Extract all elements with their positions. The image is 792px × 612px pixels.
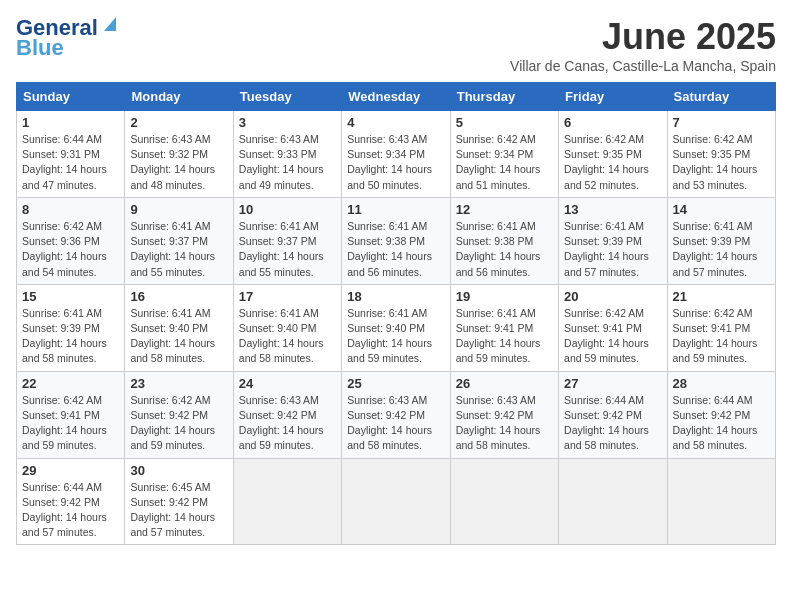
day-number: 26 [456, 376, 553, 391]
title-area: June 2025 Villar de Canas, Castille-La M… [510, 16, 776, 74]
day-number: 30 [130, 463, 227, 478]
month-title: June 2025 [510, 16, 776, 58]
day-info: Sunrise: 6:43 AMSunset: 9:33 PMDaylight:… [239, 132, 336, 193]
day-number: 11 [347, 202, 444, 217]
page-header: General Blue June 2025 Villar de Canas, … [16, 16, 776, 74]
calendar-cell: 30Sunrise: 6:45 AMSunset: 9:42 PMDayligh… [125, 458, 233, 545]
day-number: 2 [130, 115, 227, 130]
calendar-cell: 6Sunrise: 6:42 AMSunset: 9:35 PMDaylight… [559, 111, 667, 198]
day-number: 16 [130, 289, 227, 304]
day-number: 9 [130, 202, 227, 217]
calendar-cell: 29Sunrise: 6:44 AMSunset: 9:42 PMDayligh… [17, 458, 125, 545]
day-info: Sunrise: 6:41 AMSunset: 9:40 PMDaylight:… [239, 306, 336, 367]
weekday-header-row: SundayMondayTuesdayWednesdayThursdayFrid… [17, 83, 776, 111]
logo-icon [100, 13, 120, 33]
day-number: 20 [564, 289, 661, 304]
day-info: Sunrise: 6:41 AMSunset: 9:38 PMDaylight:… [456, 219, 553, 280]
calendar-cell: 5Sunrise: 6:42 AMSunset: 9:34 PMDaylight… [450, 111, 558, 198]
day-info: Sunrise: 6:41 AMSunset: 9:39 PMDaylight:… [22, 306, 119, 367]
calendar-week-2: 8Sunrise: 6:42 AMSunset: 9:36 PMDaylight… [17, 197, 776, 284]
calendar-cell: 13Sunrise: 6:41 AMSunset: 9:39 PMDayligh… [559, 197, 667, 284]
day-info: Sunrise: 6:44 AMSunset: 9:42 PMDaylight:… [22, 480, 119, 541]
calendar-cell: 25Sunrise: 6:43 AMSunset: 9:42 PMDayligh… [342, 371, 450, 458]
day-info: Sunrise: 6:42 AMSunset: 9:41 PMDaylight:… [564, 306, 661, 367]
day-info: Sunrise: 6:43 AMSunset: 9:34 PMDaylight:… [347, 132, 444, 193]
weekday-header-tuesday: Tuesday [233, 83, 341, 111]
day-info: Sunrise: 6:41 AMSunset: 9:37 PMDaylight:… [239, 219, 336, 280]
day-info: Sunrise: 6:41 AMSunset: 9:39 PMDaylight:… [564, 219, 661, 280]
calendar-cell: 3Sunrise: 6:43 AMSunset: 9:33 PMDaylight… [233, 111, 341, 198]
day-number: 1 [22, 115, 119, 130]
calendar-week-3: 15Sunrise: 6:41 AMSunset: 9:39 PMDayligh… [17, 284, 776, 371]
day-number: 18 [347, 289, 444, 304]
calendar-cell: 14Sunrise: 6:41 AMSunset: 9:39 PMDayligh… [667, 197, 775, 284]
day-number: 24 [239, 376, 336, 391]
day-number: 22 [22, 376, 119, 391]
day-number: 8 [22, 202, 119, 217]
calendar-cell: 15Sunrise: 6:41 AMSunset: 9:39 PMDayligh… [17, 284, 125, 371]
calendar-cell [233, 458, 341, 545]
svg-marker-0 [104, 17, 116, 31]
day-number: 13 [564, 202, 661, 217]
calendar-week-5: 29Sunrise: 6:44 AMSunset: 9:42 PMDayligh… [17, 458, 776, 545]
logo: General Blue [16, 16, 120, 60]
day-info: Sunrise: 6:41 AMSunset: 9:40 PMDaylight:… [347, 306, 444, 367]
day-info: Sunrise: 6:41 AMSunset: 9:38 PMDaylight:… [347, 219, 444, 280]
calendar-table: SundayMondayTuesdayWednesdayThursdayFrid… [16, 82, 776, 545]
day-info: Sunrise: 6:42 AMSunset: 9:41 PMDaylight:… [22, 393, 119, 454]
day-number: 14 [673, 202, 770, 217]
weekday-header-wednesday: Wednesday [342, 83, 450, 111]
calendar-cell: 23Sunrise: 6:42 AMSunset: 9:42 PMDayligh… [125, 371, 233, 458]
day-number: 4 [347, 115, 444, 130]
day-number: 12 [456, 202, 553, 217]
location-subtitle: Villar de Canas, Castille-La Mancha, Spa… [510, 58, 776, 74]
calendar-cell [559, 458, 667, 545]
day-info: Sunrise: 6:43 AMSunset: 9:42 PMDaylight:… [347, 393, 444, 454]
weekday-header-friday: Friday [559, 83, 667, 111]
calendar-cell: 1Sunrise: 6:44 AMSunset: 9:31 PMDaylight… [17, 111, 125, 198]
calendar-cell: 11Sunrise: 6:41 AMSunset: 9:38 PMDayligh… [342, 197, 450, 284]
calendar-cell: 8Sunrise: 6:42 AMSunset: 9:36 PMDaylight… [17, 197, 125, 284]
day-info: Sunrise: 6:42 AMSunset: 9:35 PMDaylight:… [564, 132, 661, 193]
day-number: 15 [22, 289, 119, 304]
calendar-cell: 12Sunrise: 6:41 AMSunset: 9:38 PMDayligh… [450, 197, 558, 284]
day-info: Sunrise: 6:43 AMSunset: 9:32 PMDaylight:… [130, 132, 227, 193]
day-number: 5 [456, 115, 553, 130]
day-info: Sunrise: 6:41 AMSunset: 9:39 PMDaylight:… [673, 219, 770, 280]
day-info: Sunrise: 6:41 AMSunset: 9:41 PMDaylight:… [456, 306, 553, 367]
calendar-cell: 20Sunrise: 6:42 AMSunset: 9:41 PMDayligh… [559, 284, 667, 371]
day-number: 19 [456, 289, 553, 304]
calendar-cell: 27Sunrise: 6:44 AMSunset: 9:42 PMDayligh… [559, 371, 667, 458]
day-info: Sunrise: 6:42 AMSunset: 9:34 PMDaylight:… [456, 132, 553, 193]
day-number: 10 [239, 202, 336, 217]
day-number: 17 [239, 289, 336, 304]
day-number: 3 [239, 115, 336, 130]
calendar-cell: 19Sunrise: 6:41 AMSunset: 9:41 PMDayligh… [450, 284, 558, 371]
day-info: Sunrise: 6:42 AMSunset: 9:36 PMDaylight:… [22, 219, 119, 280]
calendar-cell: 16Sunrise: 6:41 AMSunset: 9:40 PMDayligh… [125, 284, 233, 371]
day-number: 29 [22, 463, 119, 478]
day-info: Sunrise: 6:45 AMSunset: 9:42 PMDaylight:… [130, 480, 227, 541]
day-number: 25 [347, 376, 444, 391]
day-number: 23 [130, 376, 227, 391]
day-info: Sunrise: 6:43 AMSunset: 9:42 PMDaylight:… [456, 393, 553, 454]
calendar-cell [667, 458, 775, 545]
day-info: Sunrise: 6:44 AMSunset: 9:42 PMDaylight:… [564, 393, 661, 454]
calendar-cell: 24Sunrise: 6:43 AMSunset: 9:42 PMDayligh… [233, 371, 341, 458]
day-info: Sunrise: 6:41 AMSunset: 9:37 PMDaylight:… [130, 219, 227, 280]
calendar-cell [342, 458, 450, 545]
day-number: 21 [673, 289, 770, 304]
calendar-cell: 4Sunrise: 6:43 AMSunset: 9:34 PMDaylight… [342, 111, 450, 198]
calendar-week-1: 1Sunrise: 6:44 AMSunset: 9:31 PMDaylight… [17, 111, 776, 198]
calendar-cell: 9Sunrise: 6:41 AMSunset: 9:37 PMDaylight… [125, 197, 233, 284]
day-info: Sunrise: 6:44 AMSunset: 9:42 PMDaylight:… [673, 393, 770, 454]
day-number: 7 [673, 115, 770, 130]
day-info: Sunrise: 6:44 AMSunset: 9:31 PMDaylight:… [22, 132, 119, 193]
calendar-cell: 17Sunrise: 6:41 AMSunset: 9:40 PMDayligh… [233, 284, 341, 371]
calendar-cell: 7Sunrise: 6:42 AMSunset: 9:35 PMDaylight… [667, 111, 775, 198]
day-info: Sunrise: 6:43 AMSunset: 9:42 PMDaylight:… [239, 393, 336, 454]
calendar-cell: 18Sunrise: 6:41 AMSunset: 9:40 PMDayligh… [342, 284, 450, 371]
logo-subtext: Blue [16, 36, 64, 60]
day-info: Sunrise: 6:41 AMSunset: 9:40 PMDaylight:… [130, 306, 227, 367]
day-number: 27 [564, 376, 661, 391]
